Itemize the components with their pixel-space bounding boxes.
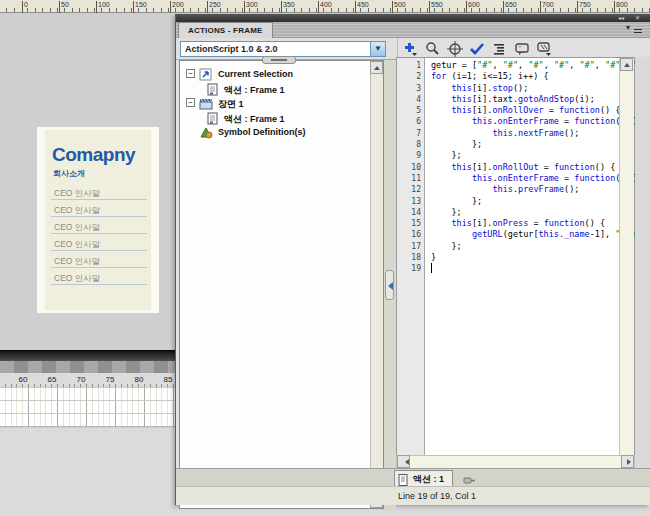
code-line-19[interactable]: 19 bbox=[397, 263, 634, 274]
line-number: 7 bbox=[397, 128, 421, 139]
code-line-2[interactable]: 2for (i=1; i<=15; i++) { bbox=[397, 71, 634, 82]
company-menu-item[interactable]: CEO 인사말 bbox=[51, 200, 147, 217]
code-line-1[interactable]: 1getur = ["#", "#", "#", "#", "#", "#", … bbox=[397, 60, 634, 71]
tree-item-current-selection[interactable]: −Current Selection bbox=[180, 67, 365, 81]
script-tab-label: 액션 : 1 bbox=[413, 474, 444, 484]
code-text: this[i].onPress = function() { bbox=[431, 218, 605, 229]
ruler-unit-label: 650 bbox=[505, 1, 517, 8]
line-number: 15 bbox=[397, 218, 421, 229]
company-menu-item[interactable]: CEO 인사말 bbox=[51, 234, 147, 251]
code-text: this.onEnterFrame = function() { bbox=[431, 116, 636, 127]
check-syntax-icon[interactable] bbox=[469, 41, 485, 57]
tree-expander-icon[interactable]: − bbox=[186, 98, 195, 107]
frame-number-label: 60 bbox=[14, 375, 32, 384]
tree-item-symbol-definition-s-[interactable]: Symbol Definition(s) bbox=[180, 125, 365, 139]
code-line-7[interactable]: 7 this.nextFrame(); bbox=[397, 128, 634, 139]
pane-splitter[interactable] bbox=[384, 60, 396, 509]
close-icon[interactable]: ✕ bbox=[635, 15, 640, 21]
code-text: this[i].stop(); bbox=[431, 83, 528, 94]
tree-item-label: 액션 : Frame 1 bbox=[224, 113, 285, 126]
code-horizontal-scrollbar[interactable] bbox=[396, 455, 635, 469]
script-page-icon bbox=[398, 474, 408, 486]
ruler-unit-label: 700 bbox=[542, 1, 554, 8]
code-line-13[interactable]: 13 }; bbox=[397, 196, 634, 207]
code-line-5[interactable]: 5 this[i].onRollOver = function() { bbox=[397, 105, 634, 116]
company-menu-item[interactable]: CEO 인사말 bbox=[51, 251, 147, 268]
code-text: this[i].onRollOut = function() { bbox=[431, 162, 615, 173]
panel-drag-bar[interactable]: ◂◂ ✕ bbox=[176, 14, 650, 22]
line-number: 16 bbox=[397, 229, 421, 240]
ruler-unit-label: 0 bbox=[24, 1, 28, 8]
code-line-10[interactable]: 10 this[i].onRollOut = function() { bbox=[397, 162, 634, 173]
navigator-scrollbar[interactable] bbox=[370, 61, 383, 508]
scroll-up-icon[interactable] bbox=[620, 58, 633, 71]
panel-tab-bar: ACTIONS - FRAME bbox=[176, 22, 650, 38]
line-number: 11 bbox=[397, 173, 421, 184]
code-line-11[interactable]: 11 this.onEnterFrame = function() { bbox=[397, 173, 634, 184]
insert-target-path-icon[interactable] bbox=[447, 41, 463, 57]
find-icon[interactable] bbox=[424, 41, 440, 57]
text-caret bbox=[431, 263, 432, 273]
code-text: }; bbox=[431, 241, 462, 252]
tree-expander-icon[interactable]: − bbox=[186, 69, 195, 78]
code-text: for (i=1; i<=15; i++) { bbox=[431, 71, 549, 82]
chevron-down-icon[interactable]: ▼ bbox=[370, 42, 385, 56]
code-text: this[i].taxt.gotoAndStop(i); bbox=[431, 94, 595, 105]
code-text: this[i].onRollOver = function() { bbox=[431, 105, 620, 116]
ruler-unit-label: 50 bbox=[61, 1, 69, 8]
auto-format-icon[interactable] bbox=[491, 41, 507, 57]
scroll-up-icon[interactable] bbox=[370, 61, 383, 74]
code-line-3[interactable]: 3 this[i].stop(); bbox=[397, 83, 634, 94]
tab-current-script[interactable]: 액션 : 1 bbox=[394, 470, 453, 487]
code-vertical-scrollbar[interactable] bbox=[619, 58, 634, 468]
panel-menu-icon[interactable] bbox=[626, 26, 642, 35]
tree-item--frame-1[interactable]: 액션 : Frame 1 bbox=[180, 82, 365, 96]
scroll-right-icon[interactable] bbox=[621, 455, 634, 468]
splitter-collapse-handle[interactable] bbox=[385, 270, 394, 300]
tree-item--1[interactable]: −장면 1 bbox=[180, 96, 365, 110]
company-logo-text: Comapny bbox=[52, 144, 135, 166]
code-line-9[interactable]: 9 }; bbox=[397, 150, 634, 161]
code-line-8[interactable]: 8 }; bbox=[397, 139, 634, 150]
company-menu-item[interactable]: CEO 인사말 bbox=[51, 268, 147, 285]
actionscript-version-dropdown[interactable]: ActionScript 1.0 & 2.0 ▼ bbox=[180, 41, 386, 57]
ruler-unit-label: 400 bbox=[320, 1, 332, 8]
ruler-unit-label: 750 bbox=[579, 1, 591, 8]
debug-options-icon[interactable] bbox=[536, 41, 552, 57]
code-line-18[interactable]: 18} bbox=[397, 252, 634, 263]
line-number: 4 bbox=[397, 94, 421, 105]
code-text: }; bbox=[431, 196, 482, 207]
show-code-hint-icon[interactable]: " bbox=[514, 41, 530, 57]
code-text: }; bbox=[431, 150, 462, 161]
code-line-17[interactable]: 17 }; bbox=[397, 241, 634, 252]
code-editor[interactable]: 1getur = ["#", "#", "#", "#", "#", "#", … bbox=[396, 57, 635, 469]
tree-item-label: 장면 1 bbox=[218, 98, 244, 111]
tree-item-label: Symbol Definition(s) bbox=[218, 127, 306, 137]
tab-actions-frame[interactable]: ACTIONS - FRAME bbox=[178, 22, 273, 38]
tree-item--frame-1[interactable]: 액션 : Frame 1 bbox=[180, 111, 365, 125]
ruler-unit-label: 350 bbox=[283, 1, 295, 8]
stage-company-card: Comapny 회사소개 CEO 인사말CEO 인사말CEO 인사말CEO 인사… bbox=[37, 127, 159, 313]
navigator-collapse-handle[interactable] bbox=[262, 56, 296, 64]
script-tab-bar: 액션 : 1 bbox=[176, 468, 650, 486]
code-line-6[interactable]: 6 this.onEnterFrame = function() { bbox=[397, 116, 634, 127]
line-number: 1 bbox=[397, 60, 421, 71]
line-number: 17 bbox=[397, 241, 421, 252]
add-statement-icon[interactable] bbox=[402, 41, 418, 57]
company-menu-item[interactable]: CEO 인사말 bbox=[51, 217, 147, 234]
scroll-left-icon[interactable] bbox=[397, 455, 410, 468]
code-line-12[interactable]: 12 this.prevFrame(); bbox=[397, 184, 634, 195]
frame-number-label: 70 bbox=[72, 375, 90, 384]
company-menu-item[interactable]: CEO 인사말 bbox=[51, 183, 147, 200]
collapse-icon[interactable]: ◂◂ bbox=[618, 15, 624, 21]
code-line-4[interactable]: 4 this[i].taxt.gotoAndStop(i); bbox=[397, 94, 634, 105]
pin-script-icon[interactable] bbox=[462, 473, 476, 485]
code-line-14[interactable]: 14 }; bbox=[397, 207, 634, 218]
status-line: Line 19 of 19, Col 1 bbox=[398, 491, 476, 501]
code-text: }; bbox=[431, 139, 482, 150]
code-line-15[interactable]: 15 this[i].onPress = function() { bbox=[397, 218, 634, 229]
ruler-unit-label: 500 bbox=[394, 1, 406, 8]
code-line-16[interactable]: 16 getURL(getur[this._name-1], "_self"); bbox=[397, 229, 634, 240]
ruler-unit-label: 800 bbox=[616, 1, 628, 8]
dropdown-value: ActionScript 1.0 & 2.0 bbox=[185, 44, 278, 54]
